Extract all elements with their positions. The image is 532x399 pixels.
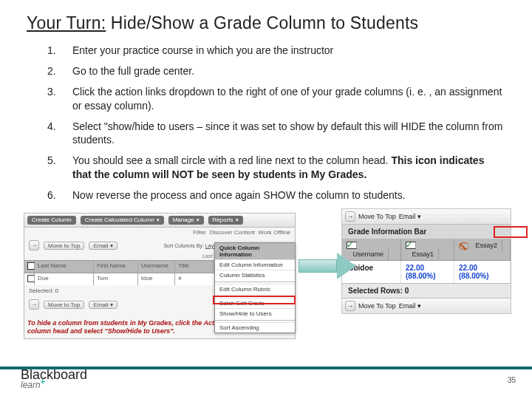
menu-item-showhide[interactable]: Show/Hide to Users xyxy=(215,308,295,318)
grade-info-bar: Grade Information Bar xyxy=(342,225,511,239)
create-calc-button[interactable]: Create Calculated Column▾ xyxy=(81,216,164,225)
menu-item[interactable]: Edit Column Rubric xyxy=(215,284,295,294)
create-column-button[interactable]: Create Column xyxy=(27,216,76,225)
move-top-button[interactable]: Move To Top xyxy=(358,213,396,220)
menu-header: Quick Column Information xyxy=(215,243,295,259)
slide-title: Your Turn: Hide/Show a Grade Column to S… xyxy=(27,13,511,33)
step-5: You should see a small circle with a red… xyxy=(72,154,511,182)
steps-list: 1.Enter your practice course in which yo… xyxy=(47,44,511,202)
step-6: Now reverse the process and once again S… xyxy=(72,188,511,202)
arrow-icon xyxy=(299,253,358,279)
selected-rows: Selected Rows: 0 xyxy=(342,283,511,299)
move-arrow-icon[interactable]: → xyxy=(345,211,355,222)
menu-item[interactable]: Sort Ascending xyxy=(215,322,295,332)
move-top-button[interactable]: Move to Top xyxy=(44,242,84,250)
menu-item[interactable]: Edit Column Information xyxy=(215,259,295,270)
title-rest: Hide/Show a Grade Column to Students xyxy=(106,13,418,33)
step-2: Go to the full grade center. xyxy=(72,64,511,78)
move-top-button[interactable]: Move to Top xyxy=(44,301,84,309)
highlight-box xyxy=(494,226,528,238)
screenshot-area: Create Column Create Calculated Column▾ … xyxy=(24,213,511,331)
menu-item[interactable]: Column Statistics xyxy=(215,270,295,280)
step-4: Select "show/hide to users – since it wa… xyxy=(72,120,511,148)
manage-button[interactable]: Manage▾ xyxy=(168,216,204,225)
checkbox-icon xyxy=(406,242,416,249)
move-arrow-icon[interactable]: → xyxy=(29,240,39,250)
panel-cols: Username Essay1 Essay2 xyxy=(342,239,511,261)
highlight-box xyxy=(213,296,296,304)
reports-button[interactable]: Reports▾ xyxy=(208,216,243,225)
move-arrow-icon[interactable]: → xyxy=(29,299,39,310)
table-row[interactable]: tobidoe 22.00 (88.00%) 22.00 (88.00%) xyxy=(342,261,511,283)
brand-logo: Blackboard learn+ xyxy=(21,367,87,390)
move-top-button[interactable]: Move To Top xyxy=(358,302,396,310)
email-button[interactable]: Email ▾ xyxy=(399,302,421,310)
action-menu: Quick Column Information Edit Column Inf… xyxy=(214,242,296,333)
step-3: Click the action links dropdown to the r… xyxy=(72,85,511,113)
page-number: 35 xyxy=(508,376,516,384)
move-arrow-icon[interactable]: → xyxy=(345,301,355,311)
email-button[interactable]: Email ▾ xyxy=(89,301,117,309)
title-lead: Your Turn: xyxy=(27,13,106,33)
email-button[interactable]: Email ▾ xyxy=(399,213,421,220)
right-panel-mock: → Move To Top Email ▾ Grade Information … xyxy=(341,208,511,314)
email-button[interactable]: Email ▾ xyxy=(89,242,117,250)
checkbox-icon xyxy=(347,242,357,249)
step-1: Enter your practice course in which you … xyxy=(72,44,511,58)
hidden-icon xyxy=(459,242,469,250)
